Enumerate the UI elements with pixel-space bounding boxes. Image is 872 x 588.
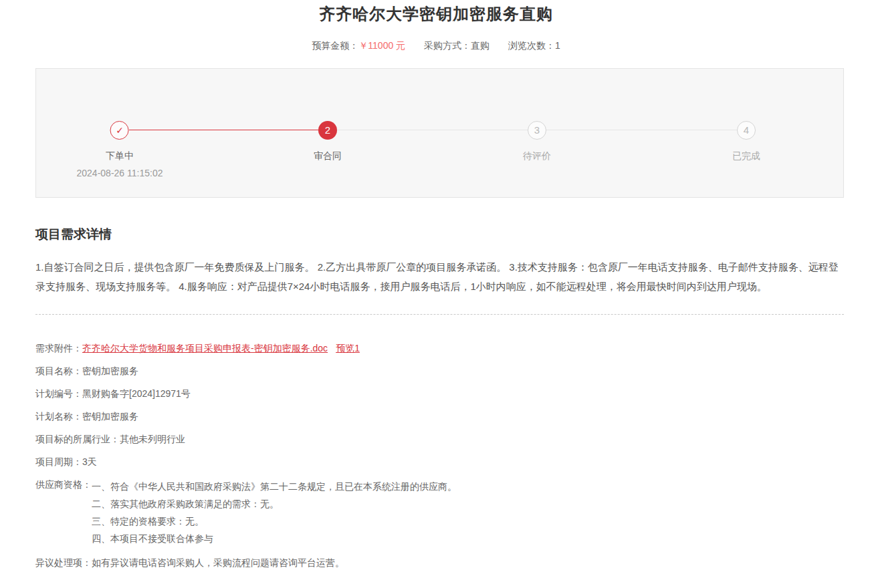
plan-number-value: 黑财购备字[2024]12971号 [82, 388, 191, 399]
attachment-preview-link[interactable]: 预览1 [336, 343, 360, 353]
step-label: 已完成 [732, 150, 760, 162]
supplier-qualification-row: 供应商资格： 一、符合《中华人民共和国政府采购法》第二十二条规定，且已在本系统注… [35, 478, 844, 547]
budget-label: 预算金额： [312, 40, 358, 51]
dashed-divider [35, 314, 844, 315]
supplier-qualification-label: 供应商资格： [35, 478, 92, 547]
plan-name-value: 密钥加密服务 [82, 411, 138, 422]
purchase-method-group: 采购方式：直购 [424, 40, 489, 51]
step-number: 4 [737, 121, 756, 140]
purchase-method-value: 直购 [471, 40, 489, 51]
step-timestamp: 2024-08-26 11:15:02 [77, 168, 163, 178]
industry-row: 项目标的所属行业：其他未列明行业 [35, 432, 844, 446]
project-name-label: 项目名称： [35, 365, 82, 376]
step-number: 3 [528, 121, 546, 140]
attachment-doc-link[interactable]: 齐齐哈尔大学货物和服务项目采购申报表-密钥加密服务.doc [82, 343, 328, 353]
requirements-paragraph: 1.自签订合同之日后，提供包含原厂一年免费质保及上门服务。 2.乙方出具带原厂公… [35, 257, 844, 296]
supplier-line: 二、落实其他政府采购政策满足的需求：无。 [92, 495, 457, 512]
step-label: 待评价 [523, 150, 551, 162]
step-contract-review: 2 审合同 [314, 121, 342, 162]
attachment-label: 需求附件： [35, 343, 82, 353]
purchase-method-label: 采购方式： [424, 40, 471, 51]
budget-group: 预算金额：￥11000 元 [312, 40, 405, 51]
plan-name-label: 计划名称： [35, 411, 82, 422]
view-count-group: 浏览次数：1 [508, 40, 560, 51]
supplier-line: 四、本项目不接受联合体参与 [92, 530, 457, 547]
supplier-qualification-lines: 一、符合《中华人民共和国政府采购法》第二十二条规定，且已在本系统注册的供应商。 … [92, 478, 457, 547]
check-icon: ✓ [110, 121, 129, 140]
industry-value: 其他未列明行业 [120, 434, 185, 444]
project-name-value: 密钥加密服务 [82, 365, 138, 376]
header-meta: 预算金额：￥11000 元 采购方式：直购 浏览次数：1 [0, 40, 872, 52]
stepper-connector-pending [546, 130, 737, 130]
dispute-handling-label: 异议处理项： [35, 557, 92, 568]
budget-value: ￥11000 元 [358, 40, 405, 51]
industry-label: 项目标的所属行业： [35, 434, 120, 444]
dispute-handling-value: 如有异议请电话咨询采购人，采购流程问题请咨询平台运营。 [92, 557, 344, 568]
attachment-row: 需求附件：齐齐哈尔大学货物和服务项目采购申报表-密钥加密服务.doc预览1 [35, 341, 844, 355]
step-order-placed: ✓ 下单中 2024-08-26 11:15:02 [77, 121, 163, 178]
supplier-line: 一、符合《中华人民共和国政府采购法》第二十二条规定，且已在本系统注册的供应商。 [92, 478, 457, 495]
plan-number-row: 计划编号：黑财购备字[2024]12971号 [35, 387, 844, 401]
step-label: 下单中 [77, 150, 163, 162]
plan-name-row: 计划名称：密钥加密服务 [35, 410, 844, 424]
duration-row: 项目周期：3天 [35, 455, 844, 469]
dispute-handling-row: 异议处理项：如有异议请电话咨询采购人，采购流程问题请咨询平台运营。 [35, 556, 844, 570]
plan-number-label: 计划编号： [35, 388, 82, 399]
step-completed: 4 已完成 [732, 121, 760, 162]
requirements-section: 项目需求详情 1.自签订合同之日后，提供包含原厂一年免费质保及上门服务。 2.乙… [35, 226, 844, 570]
stepper-connector-pending [337, 130, 528, 130]
view-count-value: 1 [555, 40, 560, 51]
procurement-detail-page: 齐齐哈尔大学密钥加密服务直购 预算金额：￥11000 元 采购方式：直购 浏览次… [0, 0, 872, 588]
step-label: 审合同 [314, 150, 342, 162]
progress-stepper: ✓ 下单中 2024-08-26 11:15:02 2 审合同 3 待评价 4 … [35, 68, 844, 198]
step-number: 2 [318, 121, 337, 140]
view-count-label: 浏览次数： [508, 40, 555, 51]
duration-label: 项目周期： [35, 456, 82, 467]
step-pending-review: 3 待评价 [523, 121, 551, 162]
supplier-line: 三、特定的资格要求：无。 [92, 512, 457, 530]
project-name-row: 项目名称：密钥加密服务 [35, 364, 844, 378]
page-title: 齐齐哈尔大学密钥加密服务直购 [0, 0, 872, 25]
duration-value: 3天 [82, 456, 97, 467]
section-heading: 项目需求详情 [35, 226, 844, 243]
detail-list: 需求附件：齐齐哈尔大学货物和服务项目采购申报表-密钥加密服务.doc预览1 项目… [35, 341, 844, 570]
